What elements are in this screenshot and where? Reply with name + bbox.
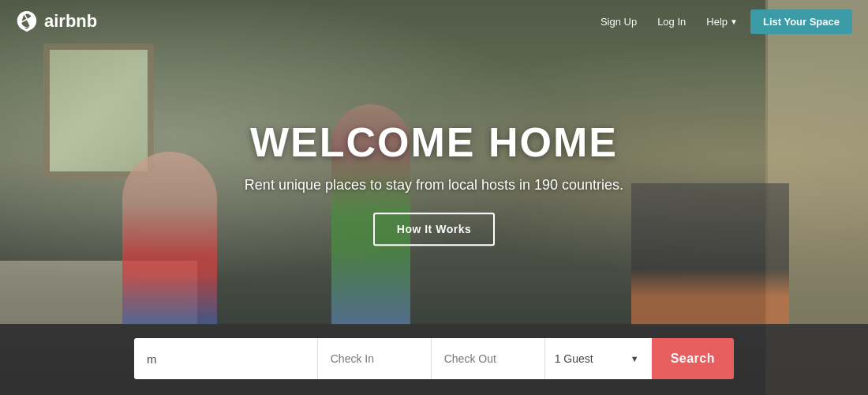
checkin-label: Check In xyxy=(331,352,374,365)
search-bar: Check In Check Out 1 Guest 2 Guests 3 Gu… xyxy=(134,338,734,379)
search-checkin-field[interactable]: Check In xyxy=(318,338,431,379)
nav-links: Sign Up Log In Help ▼ List Your Space xyxy=(593,9,852,34)
guests-wrapper: 1 Guest 2 Guests 3 Guests 4 Guests 5+ Gu… xyxy=(555,352,642,365)
logo: airbnb xyxy=(16,10,97,32)
checkout-label: Check Out xyxy=(444,352,496,365)
search-guests-field[interactable]: 1 Guest 2 Guests 3 Guests 4 Guests 5+ Gu… xyxy=(544,338,652,379)
hero-content: WELCOME HOME Rent unique places to stay … xyxy=(197,118,671,246)
list-space-button[interactable]: List Your Space xyxy=(750,9,852,34)
help-button[interactable]: Help ▼ xyxy=(698,11,746,32)
help-chevron-icon: ▼ xyxy=(730,17,738,26)
signup-link[interactable]: Sign Up xyxy=(593,11,645,32)
search-location-input[interactable] xyxy=(134,338,317,379)
navbar: airbnb Sign Up Log In Help ▼ List Your S… xyxy=(0,0,868,43)
guests-select[interactable]: 1 Guest 2 Guests 3 Guests 4 Guests 5+ Gu… xyxy=(555,352,642,365)
login-link[interactable]: Log In xyxy=(649,11,694,32)
hero-title: WELCOME HOME xyxy=(197,118,671,166)
search-checkout-field[interactable]: Check Out xyxy=(432,338,544,379)
hero-subtitle: Rent unique places to stay from local ho… xyxy=(197,177,671,194)
airbnb-logo-icon xyxy=(16,10,38,32)
brand-name: airbnb xyxy=(44,11,97,32)
search-button[interactable]: Search xyxy=(652,338,734,379)
kitchen-window xyxy=(43,43,154,178)
how-it-works-button[interactable]: How It Works xyxy=(373,213,495,246)
hero-section: airbnb Sign Up Log In Help ▼ List Your S… xyxy=(0,0,868,395)
